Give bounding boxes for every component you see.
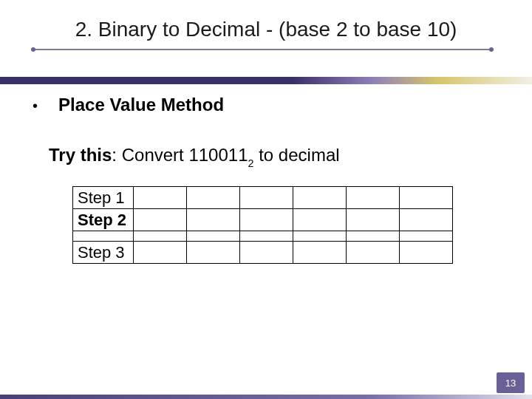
step-label: Step 1 xyxy=(73,187,134,209)
table-cell xyxy=(347,187,400,209)
table-cell xyxy=(293,242,347,264)
table-cell xyxy=(240,242,293,264)
table-cell xyxy=(134,209,187,231)
accent-bar xyxy=(0,77,532,84)
table-cell xyxy=(240,187,293,209)
footer-accent-bar xyxy=(0,395,532,399)
table-row: Step 3 xyxy=(73,242,453,264)
bullet-text: Place Value Method xyxy=(58,95,224,115)
table-cell xyxy=(400,187,453,209)
slide-title: 2. Binary to Decimal - (base 2 to base 1… xyxy=(0,18,532,41)
table-cell xyxy=(400,209,453,231)
try-this-label: Try this xyxy=(49,145,112,165)
try-this-colon: : xyxy=(112,145,121,165)
title-underline xyxy=(33,49,491,50)
table-cell xyxy=(134,242,187,264)
try-this-body-post: to decimal xyxy=(254,145,340,165)
table-cell xyxy=(240,209,293,231)
table-row: Step 1 xyxy=(73,187,453,209)
table-cell xyxy=(134,187,187,209)
try-this-body-pre: Convert 110011 xyxy=(122,145,248,165)
table-row: Step 2 xyxy=(73,209,453,231)
table-cell xyxy=(347,242,400,264)
page-number: 13 xyxy=(497,372,525,393)
bullet-marker: • xyxy=(33,98,38,113)
steps-table: Step 1 Step 2 Step 3 xyxy=(72,186,453,264)
table-cell xyxy=(293,187,347,209)
slide: 2. Binary to Decimal - (base 2 to base 1… xyxy=(0,0,532,399)
bullet-item: • Place Value Method xyxy=(33,95,224,115)
step-label: Step 2 xyxy=(73,209,134,231)
try-this-subscript: 2 xyxy=(248,157,254,169)
table-cell xyxy=(293,209,347,231)
try-this-line: Try this: Convert 1100112 to decimal xyxy=(49,145,340,168)
table-cell xyxy=(187,187,240,209)
table-cell xyxy=(347,209,400,231)
table-gap-row xyxy=(73,231,453,242)
step-label: Step 3 xyxy=(73,242,134,264)
table-cell xyxy=(187,242,240,264)
table-cell xyxy=(400,242,453,264)
table-cell xyxy=(187,209,240,231)
